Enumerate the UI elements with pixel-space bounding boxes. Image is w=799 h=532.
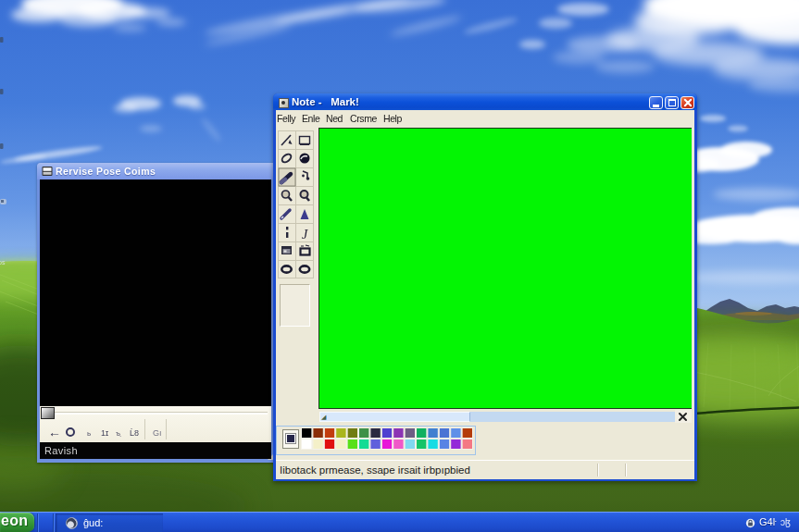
svg-text:J: J bbox=[302, 228, 308, 241]
svg-text:os: os bbox=[0, 259, 6, 266]
